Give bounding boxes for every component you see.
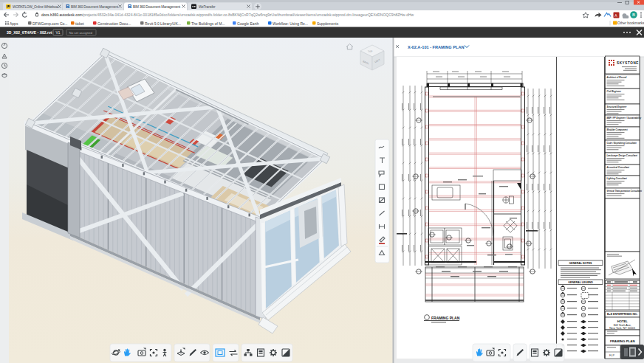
svg-text:No set assigned: No set assigned [69, 31, 93, 35]
svg-text:Acoustical Consultant: Acoustical Consultant [606, 166, 631, 169]
svg-text:Workflow: Using Re...: Workflow: Using Re... [273, 21, 308, 26]
svg-text:Civil Engineer: Civil Engineer [607, 90, 622, 93]
svg-text:MEP / FP Engineer / Sustainabi: MEP / FP Engineer / Sustainability [607, 117, 642, 120]
svg-text:ticket: ticket [75, 21, 84, 26]
svg-text:Architect of Record: Architect of Record [606, 76, 627, 79]
svg-text:Structural Engineer: Structural Engineer [607, 106, 628, 108]
svg-text:Other bookmarks: Other bookmarks [617, 21, 644, 25]
svg-text:FLP: FLP [609, 354, 614, 357]
svg-text:DFWComp.com Co...: DFWComp.com Co... [32, 21, 68, 26]
svg-text:Construction Docu...: Construction Docu... [97, 21, 131, 26]
svg-text:FRAMING PLAN: FRAMING PLAN [431, 316, 460, 320]
svg-text:3D_X02_6THAVE - X02.rvt: 3D_X02_6THAVE - X02.rvt [7, 30, 52, 35]
svg-text:Lighting Consultant: Lighting Consultant [607, 177, 628, 180]
svg-text:BIM 360 Document Management: BIM 360 Document Management [133, 5, 181, 9]
svg-text:B: B [128, 3, 132, 10]
svg-text:The Buildings of M...: The Buildings of M... [191, 21, 225, 26]
svg-text:V1: V1 [56, 31, 61, 35]
svg-text:B: B [66, 3, 70, 10]
svg-text:TOP: TOP [368, 50, 373, 53]
svg-text:Modular Component: Modular Component [607, 128, 628, 131]
svg-text:Landscape Design Consultant: Landscape Design Consultant [607, 154, 638, 157]
svg-text:842 Sixth Ave,: 842 Sixth Ave, [614, 324, 631, 327]
svg-text:GENERAL NOTES: GENERAL NOTES [569, 262, 592, 265]
svg-text:Vertical Transportation Consul: Vertical Transportation Consultant [607, 190, 643, 193]
svg-text:WORKFLOW_Online Whiteboa...: WORKFLOW_Online Whiteboa... [13, 5, 60, 9]
svg-text:GENERAL LEGEND: GENERAL LEGEND [568, 281, 593, 284]
svg-text:FRAMING PLAN: FRAMING PLAN [610, 339, 635, 343]
svg-text:SKYSTONE: SKYSTONE [617, 61, 639, 65]
svg-text:Revit 9.0 Library/UK...: Revit 9.0 Library/UK... [145, 21, 181, 26]
svg-text:BIM 360 Document Management: BIM 360 Document Management [71, 5, 119, 9]
svg-text:Code / Expediting Consultant: Code / Expediting Consultant [607, 142, 637, 145]
svg-text:HOTEL: HOTEL [617, 319, 628, 323]
svg-text:WeTransfer: WeTransfer [199, 5, 216, 9]
svg-text:docs.b360.autodesk.com/project: docs.b360.autodesk.com/projects/4532c34a… [41, 13, 414, 17]
svg-text:X-02.A-101 - FRAMING PLAN: X-02.A-101 - FRAMING PLAN [408, 45, 464, 49]
svg-text:B+E ENTERPRISES INC.: B+E ENTERPRISES INC. [607, 313, 638, 316]
svg-text:B: B [632, 13, 635, 17]
svg-text:Google Earth: Google Earth [237, 21, 259, 26]
svg-text:New York, NY 10001: New York, NY 10001 [609, 327, 635, 330]
svg-text:Apps: Apps [10, 21, 18, 26]
svg-text:Supplements: Supplements [317, 21, 339, 26]
